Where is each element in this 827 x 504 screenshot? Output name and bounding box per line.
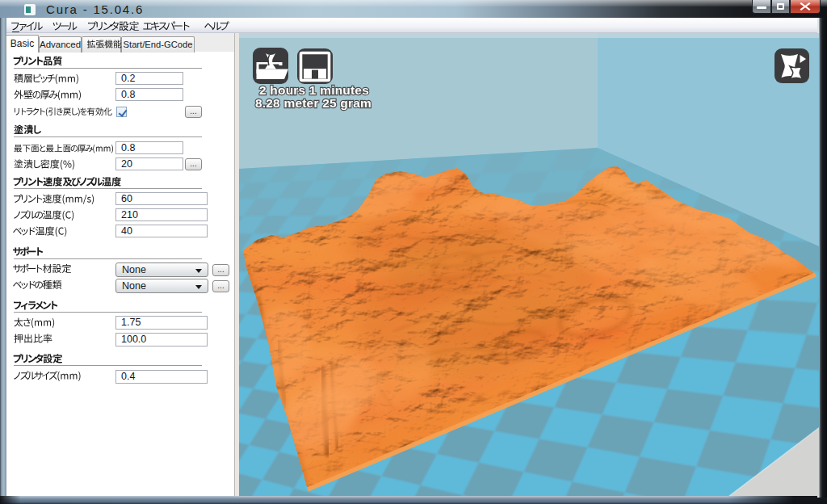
svg-text:8.28 meter 25 gram: 8.28 meter 25 gram: [255, 96, 372, 110]
svg-text:2 hours 1 minutes: 2 hours 1 minutes: [259, 83, 369, 97]
